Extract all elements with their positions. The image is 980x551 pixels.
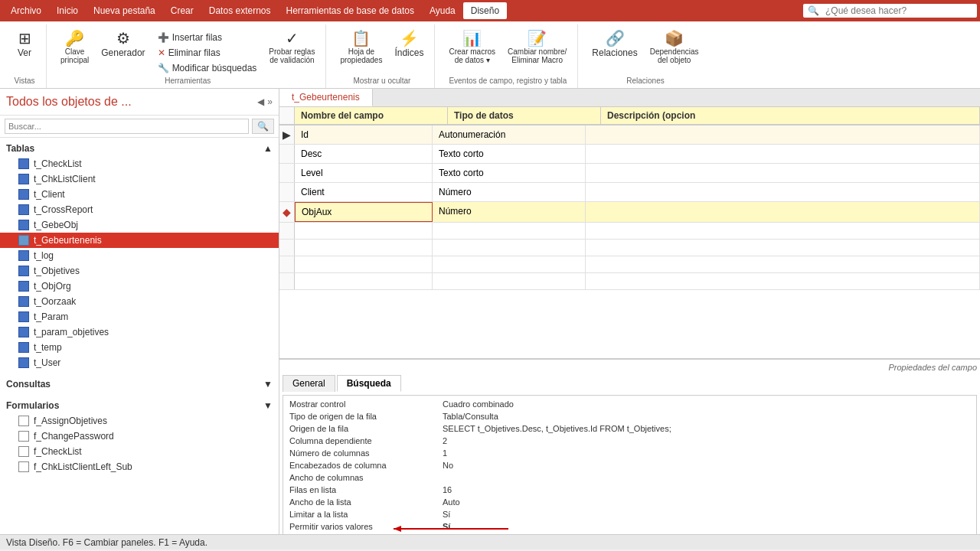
row-desc-client[interactable] xyxy=(586,183,980,201)
row-desc-level[interactable] xyxy=(586,164,980,182)
row-name-desc[interactable]: Desc xyxy=(295,145,433,163)
sidebar-title: Todos los objetos de ... xyxy=(6,95,132,109)
eliminar-icon: ✕ xyxy=(158,47,165,58)
prop-row-0: Mostrar control Cuadro combinado xyxy=(286,399,973,409)
sidebar-item-t-param[interactable]: t_Param xyxy=(0,309,279,324)
prop-val-6 xyxy=(439,472,973,483)
sidebar-item-t-chklistclient[interactable]: t_ChkListClient xyxy=(0,171,279,187)
sidebar-item-f-chklistclientleft[interactable]: f_ChkListClientLeft_Sub xyxy=(0,459,279,474)
search-input[interactable] xyxy=(819,4,972,18)
table-row-objaux[interactable]: ◆ ObjAux Número xyxy=(279,202,980,223)
prop-key-7: Filas en lista xyxy=(286,484,439,495)
btn-clave[interactable]: 🔑 Claveprincipal xyxy=(56,28,93,67)
sidebar-item-t-oorzaak[interactable]: t_Oorzaak xyxy=(0,294,279,309)
menu-datos-externos[interactable]: Datos externos xyxy=(201,2,279,19)
table-design: Nombre del campo Tipo de datos Descripci… xyxy=(279,107,980,534)
sidebar-item-t-log[interactable]: t_log xyxy=(0,248,279,263)
col-header-name: Nombre del campo xyxy=(295,107,448,124)
ver-icon: ⊞ xyxy=(18,31,31,46)
ribbon-group-vistas: ⊞ Ver Vistas xyxy=(3,24,47,88)
btn-crear-macros[interactable]: 📊 Crear macrosde datos ▾ xyxy=(444,28,500,67)
sidebar-item-t-temp[interactable]: t_temp xyxy=(0,340,279,355)
menu-herramientas[interactable]: Herramientas de base de datos xyxy=(279,2,422,19)
search-icon: 🔍 xyxy=(808,5,819,16)
menu-nueva-pestana[interactable]: Nueva pestaña xyxy=(86,2,163,19)
tab-t-gebeurtenenis[interactable]: t_Gebeurtenenis xyxy=(279,89,373,106)
sidebar-item-t-checklist[interactable]: t_CheckList xyxy=(0,156,279,171)
row-desc-desc[interactable] xyxy=(586,145,980,163)
menu-inicio[interactable]: Inicio xyxy=(49,2,86,19)
sidebar-item-t-gebeobj[interactable]: t_GebeObj xyxy=(0,217,279,233)
item-label: t_log xyxy=(34,250,54,261)
row-type-id: Autonumeración xyxy=(433,126,586,144)
sidebar-search-input[interactable] xyxy=(5,119,249,134)
table-row-empty-1[interactable] xyxy=(279,223,980,240)
sidebar-item-f-checklist[interactable]: f_CheckList xyxy=(0,444,279,459)
btn-insertar-filas[interactable]: ➕ Insertar filas xyxy=(153,31,262,44)
row-name-level[interactable]: Level xyxy=(295,164,433,182)
btn-generador-label: Generador xyxy=(101,47,145,58)
btn-probar[interactable]: ✓ Probar reglasde validación xyxy=(264,28,319,67)
btn-dependencias[interactable]: 📦 Dependenciasdel objeto xyxy=(645,28,704,67)
sidebar-item-t-client[interactable]: t_Client xyxy=(0,187,279,202)
table-row-id[interactable]: ▶ Id Autonumeración xyxy=(279,126,980,145)
table-icon-param-objetives xyxy=(18,327,29,337)
btn-generador[interactable]: ⚙ Generador xyxy=(96,28,149,61)
table-row-empty-4[interactable] xyxy=(279,273,980,290)
sidebar-item-f-assignobjetives[interactable]: f_AssignObjetives xyxy=(0,413,279,429)
table-row-empty-2[interactable] xyxy=(279,240,980,256)
item-label: t_Gebeurtenenis xyxy=(34,235,102,246)
btn-eliminar-filas[interactable]: ✕ Eliminar filas xyxy=(153,46,262,60)
table-icon-gebeobj xyxy=(18,220,29,230)
row-desc-e1[interactable] xyxy=(586,223,980,239)
menu-diseno[interactable]: Diseño xyxy=(463,2,507,19)
sidebar-search-button[interactable]: 🔍 xyxy=(252,119,274,134)
btn-cambiar-nombre[interactable]: 📝 Cambiar nombre/Eliminar Macro xyxy=(503,28,571,67)
tab-bar: t_Gebeurtenenis xyxy=(279,89,980,107)
sidebar-item-t-param-objetives[interactable]: t_param_objetives xyxy=(0,324,279,340)
btn-hoja-props[interactable]: 📋 Hoja depropiedades xyxy=(335,28,387,67)
row-name-e1[interactable] xyxy=(295,223,433,239)
table-row-empty-3[interactable] xyxy=(279,256,980,273)
menu-crear[interactable]: Crear xyxy=(163,2,201,19)
ribbon-group-relaciones: 🔗 Relaciones 📦 Dependenciasdel objeto Re… xyxy=(581,24,709,88)
sidebar-item-f-changepassword[interactable]: f_ChangePassword xyxy=(0,429,279,444)
row-name-id[interactable]: Id xyxy=(295,126,433,144)
sidebar-item-t-gebeurtenenis[interactable]: t_Gebeurtenenis xyxy=(0,233,279,248)
tablas-toggle[interactable]: ▲ xyxy=(263,143,273,154)
formularios-toggle[interactable]: ▼ xyxy=(263,400,273,411)
sidebar-item-t-objetives[interactable]: t_Objetives xyxy=(0,263,279,279)
sidebar-content: Tablas ▲ t_CheckList t_ChkListClient t_C… xyxy=(0,138,279,534)
btn-indices[interactable]: ⚡ Índices xyxy=(390,28,428,61)
btn-ver[interactable]: ⊞ Ver xyxy=(9,28,40,61)
sidebar-item-t-crossreport[interactable]: t_CrossReport xyxy=(0,202,279,217)
sidebar-expand-icon[interactable]: ◀ xyxy=(257,96,264,107)
row-name-objaux[interactable]: ObjAux xyxy=(295,202,433,222)
consultas-toggle[interactable]: ▼ xyxy=(263,379,273,390)
menu-archivo[interactable]: Archivo xyxy=(3,2,49,19)
item-label: t_CrossReport xyxy=(34,204,93,215)
tab-general[interactable]: General xyxy=(283,375,335,392)
prop-val-1: Tabla/Consulta xyxy=(439,411,973,422)
sidebar-collapse-icon[interactable]: » xyxy=(267,96,273,107)
row-name-client[interactable]: Client xyxy=(295,183,433,201)
sidebar-item-t-user[interactable]: t_User xyxy=(0,355,279,370)
row-type-e1[interactable] xyxy=(433,223,586,239)
row-desc-id[interactable] xyxy=(586,126,980,144)
table-row-level[interactable]: Level Texto corto xyxy=(279,164,980,183)
prop-key-9: Limitar a la lista xyxy=(286,509,439,520)
tab-busqueda[interactable]: Búsqueda xyxy=(337,375,401,392)
prop-val-11: Sí xyxy=(439,533,973,534)
btn-modificar[interactable]: 🔧 Modificar búsquedas xyxy=(153,61,262,75)
prop-val-3: 2 xyxy=(439,435,973,446)
properties-panel: Propiedades del campo General Búsqueda M… xyxy=(279,358,980,534)
menu-ayuda[interactable]: Ayuda xyxy=(422,2,463,19)
table-row-client[interactable]: Client Número xyxy=(279,183,980,202)
table-row-desc[interactable]: Desc Texto corto xyxy=(279,145,980,164)
sidebar-item-t-objorg[interactable]: t_ObjOrg xyxy=(0,279,279,294)
btn-dependencias-label: Dependenciasdel objeto xyxy=(650,47,699,64)
item-label: t_Client xyxy=(34,189,65,200)
row-desc-objaux[interactable] xyxy=(586,202,980,222)
btn-relaciones[interactable]: 🔗 Relaciones xyxy=(587,28,642,61)
row-type-desc: Texto corto xyxy=(433,145,586,163)
